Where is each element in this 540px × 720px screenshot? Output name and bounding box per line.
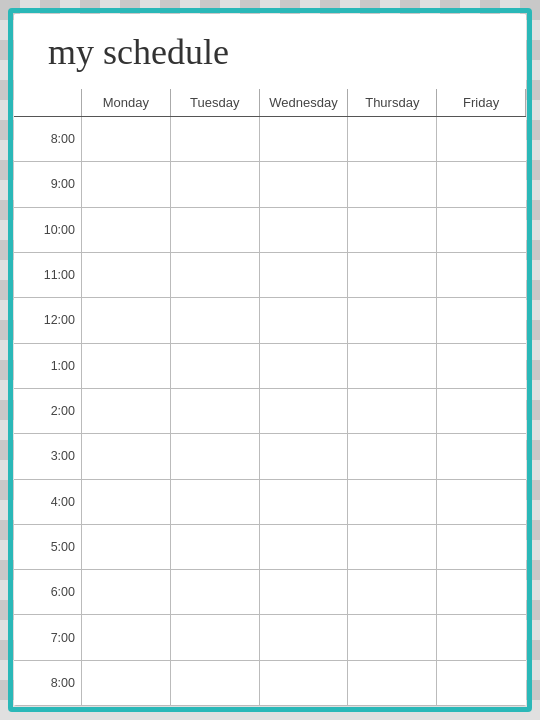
schedule-cell[interactable] xyxy=(348,570,437,614)
time-row: 12:00 xyxy=(14,298,526,343)
time-label: 10:00 xyxy=(14,208,82,252)
time-row: 11:00 xyxy=(14,253,526,298)
schedule-card: my schedule Monday Tuesday Wednesday Thu… xyxy=(14,14,526,706)
time-row: 7:00 xyxy=(14,615,526,660)
schedule-cell[interactable] xyxy=(260,208,349,252)
schedule-cell[interactable] xyxy=(260,434,349,478)
schedule-cell[interactable] xyxy=(260,117,349,161)
time-label: 12:00 xyxy=(14,298,82,342)
schedule-cell[interactable] xyxy=(348,344,437,388)
schedule-cell[interactable] xyxy=(437,344,526,388)
schedule-cell[interactable] xyxy=(171,389,260,433)
header-tuesday: Tuesday xyxy=(171,89,260,116)
schedule-cell[interactable] xyxy=(437,208,526,252)
schedule-cell[interactable] xyxy=(437,298,526,342)
schedule-cell[interactable] xyxy=(82,253,171,297)
schedule-cell[interactable] xyxy=(260,480,349,524)
header-wednesday: Wednesday xyxy=(260,89,349,116)
time-rows: 8:009:0010:0011:0012:001:002:003:004:005… xyxy=(14,117,526,706)
time-row: 3:00 xyxy=(14,434,526,479)
schedule-cell[interactable] xyxy=(82,480,171,524)
schedule-cell[interactable] xyxy=(437,253,526,297)
time-row: 9:00 xyxy=(14,162,526,207)
schedule-cell[interactable] xyxy=(82,661,171,705)
schedule-cell[interactable] xyxy=(348,389,437,433)
page-title: my schedule xyxy=(48,32,229,72)
header-friday: Friday xyxy=(437,89,526,116)
header-monday: Monday xyxy=(82,89,171,116)
schedule-cell[interactable] xyxy=(171,298,260,342)
page-container: my schedule Monday Tuesday Wednesday Thu… xyxy=(0,0,540,720)
schedule-cell[interactable] xyxy=(437,615,526,659)
schedule-cell[interactable] xyxy=(260,525,349,569)
schedule-cell[interactable] xyxy=(171,117,260,161)
schedule-cell[interactable] xyxy=(82,615,171,659)
schedule-cell[interactable] xyxy=(82,162,171,206)
schedule-cell[interactable] xyxy=(82,434,171,478)
schedule-cell[interactable] xyxy=(260,162,349,206)
schedule-cell[interactable] xyxy=(348,253,437,297)
header-row: Monday Tuesday Wednesday Thursday Friday xyxy=(14,89,526,117)
schedule-cell[interactable] xyxy=(348,525,437,569)
schedule-cell[interactable] xyxy=(171,253,260,297)
schedule-cell[interactable] xyxy=(437,661,526,705)
schedule-cell[interactable] xyxy=(348,434,437,478)
schedule-cell[interactable] xyxy=(348,480,437,524)
schedule-cell[interactable] xyxy=(348,162,437,206)
schedule-cell[interactable] xyxy=(82,570,171,614)
schedule-cell[interactable] xyxy=(437,480,526,524)
schedule-cell[interactable] xyxy=(260,389,349,433)
schedule-cell[interactable] xyxy=(171,434,260,478)
time-row: 10:00 xyxy=(14,208,526,253)
time-label: 4:00 xyxy=(14,480,82,524)
schedule-cell[interactable] xyxy=(348,117,437,161)
schedule-cell[interactable] xyxy=(437,162,526,206)
schedule-cell[interactable] xyxy=(171,661,260,705)
time-label: 9:00 xyxy=(14,162,82,206)
time-row: 6:00 xyxy=(14,570,526,615)
time-row: 4:00 xyxy=(14,480,526,525)
time-label: 7:00 xyxy=(14,615,82,659)
schedule-cell[interactable] xyxy=(348,298,437,342)
schedule-cell[interactable] xyxy=(348,615,437,659)
schedule-cell[interactable] xyxy=(348,661,437,705)
schedule-cell[interactable] xyxy=(82,208,171,252)
time-row: 2:00 xyxy=(14,389,526,434)
schedule-cell[interactable] xyxy=(82,117,171,161)
time-row: 8:00 xyxy=(14,661,526,706)
schedule-cell[interactable] xyxy=(171,525,260,569)
time-label: 6:00 xyxy=(14,570,82,614)
schedule-cell[interactable] xyxy=(260,661,349,705)
time-row: 1:00 xyxy=(14,344,526,389)
title-area: my schedule xyxy=(14,14,526,89)
schedule-cell[interactable] xyxy=(82,389,171,433)
time-label: 1:00 xyxy=(14,344,82,388)
schedule-cell[interactable] xyxy=(82,344,171,388)
time-label: 5:00 xyxy=(14,525,82,569)
schedule-cell[interactable] xyxy=(260,344,349,388)
schedule-cell[interactable] xyxy=(82,298,171,342)
schedule-cell[interactable] xyxy=(171,615,260,659)
schedule-cell[interactable] xyxy=(260,298,349,342)
schedule-cell[interactable] xyxy=(171,208,260,252)
schedule-cell[interactable] xyxy=(437,525,526,569)
time-label: 11:00 xyxy=(14,253,82,297)
schedule-cell[interactable] xyxy=(171,344,260,388)
schedule-cell[interactable] xyxy=(171,570,260,614)
schedule-cell[interactable] xyxy=(82,525,171,569)
schedule-cell[interactable] xyxy=(260,253,349,297)
schedule-cell[interactable] xyxy=(171,480,260,524)
empty-header-cell xyxy=(14,89,82,116)
time-label: 8:00 xyxy=(14,661,82,705)
time-label: 3:00 xyxy=(14,434,82,478)
schedule-cell[interactable] xyxy=(437,434,526,478)
schedule-cell[interactable] xyxy=(260,615,349,659)
schedule-cell[interactable] xyxy=(260,570,349,614)
time-row: 8:00 xyxy=(14,117,526,162)
schedule-cell[interactable] xyxy=(437,570,526,614)
schedule-cell[interactable] xyxy=(171,162,260,206)
schedule-grid: Monday Tuesday Wednesday Thursday Friday… xyxy=(14,89,526,706)
schedule-cell[interactable] xyxy=(437,389,526,433)
schedule-cell[interactable] xyxy=(348,208,437,252)
schedule-cell[interactable] xyxy=(437,117,526,161)
